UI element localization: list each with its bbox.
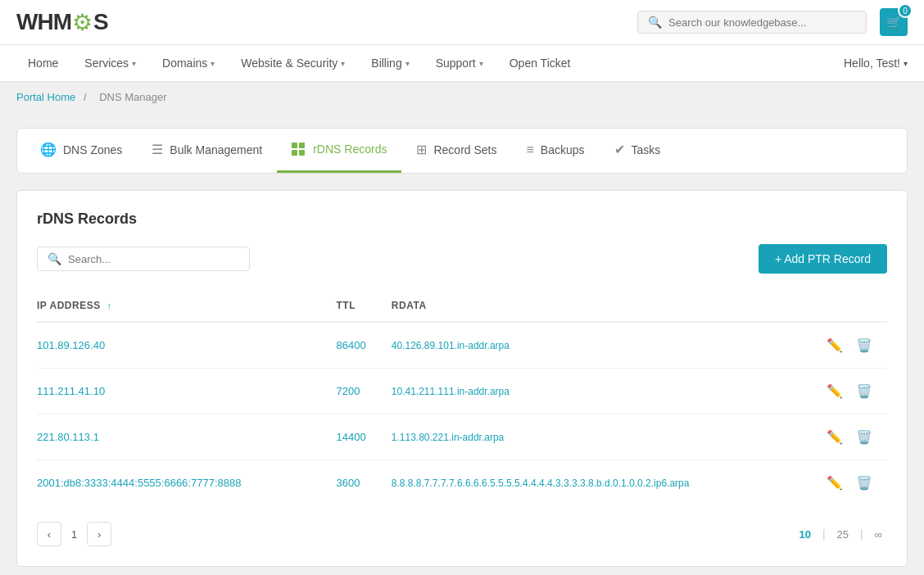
cart-badge: 0 xyxy=(898,3,913,18)
edit-button[interactable]: ✏️ xyxy=(822,380,848,402)
tab-backups[interactable]: ≡ Backups xyxy=(512,129,600,173)
delete-button[interactable]: 🗑️ xyxy=(851,426,877,448)
nav-item-domains[interactable]: Domains ▾ xyxy=(151,45,226,81)
table-header-row: IP ADDRESS ↑ TTL RDATA xyxy=(37,293,887,322)
page-size-10[interactable]: 10 xyxy=(795,525,816,544)
nav-item-support[interactable]: Support ▾ xyxy=(424,45,495,81)
delete-button[interactable]: 🗑️ xyxy=(851,380,877,402)
edit-button[interactable]: ✏️ xyxy=(822,334,848,356)
nav-item-home[interactable]: Home xyxy=(16,45,70,81)
table-search-input[interactable] xyxy=(68,253,239,265)
ttl-cell: 3600 xyxy=(337,460,392,506)
actions-cell: ✏️ 🗑️ xyxy=(822,460,887,506)
col-actions xyxy=(822,293,887,322)
table-row: 2001:db8:3333:4444:5555:6666:7777:8888 3… xyxy=(37,460,887,506)
logo-gear-icon: ⚙ xyxy=(72,9,93,36)
cart-button[interactable]: 🛒 0 xyxy=(880,8,908,36)
content-card: rDNS Records 🔍 + Add PTR Record IP ADDRE… xyxy=(16,190,908,567)
top-bar: WHM ⚙ S 🔍 🛒 0 xyxy=(0,0,924,45)
prev-page-button[interactable]: ‹ xyxy=(37,522,61,546)
edit-button[interactable]: ✏️ xyxy=(822,472,848,494)
actions-cell: ✏️ 🗑️ xyxy=(822,414,887,460)
record-sets-icon: ⊞ xyxy=(416,142,427,157)
tab-bulk-management-label: Bulk Management xyxy=(170,143,262,156)
tab-record-sets[interactable]: ⊞ Record Sets xyxy=(401,129,511,173)
tabs-card: 🌐 DNS Zones ☰ Bulk Management rDNS Recor… xyxy=(16,128,908,174)
tasks-icon: ✔ xyxy=(614,142,625,157)
tab-record-sets-label: Record Sets xyxy=(433,143,496,156)
svg-rect-1 xyxy=(299,143,305,148)
bulk-management-icon: ☰ xyxy=(152,142,163,157)
ttl-cell: 86400 xyxy=(337,322,392,369)
dns-zones-icon: 🌐 xyxy=(40,142,57,157)
search-icon: 🔍 xyxy=(648,16,662,29)
tabs-row: 🌐 DNS Zones ☰ Bulk Management rDNS Recor… xyxy=(17,129,907,173)
tab-bulk-management[interactable]: ☰ Bulk Management xyxy=(137,129,277,173)
table-row: 101.89.126.40 86400 40.126.89.101.in-add… xyxy=(37,322,887,369)
actions-cell: ✏️ 🗑️ xyxy=(822,322,887,369)
svg-rect-2 xyxy=(292,150,297,156)
logo-s: S xyxy=(93,9,108,35)
rdata-cell: 10.41.211.111.in-addr.arpa xyxy=(392,369,822,414)
tab-tasks-label: Tasks xyxy=(632,143,661,156)
rdata-cell: 1.113.80.221.in-addr.arpa xyxy=(392,414,822,460)
current-page: 1 xyxy=(68,528,80,541)
edit-button[interactable]: ✏️ xyxy=(822,426,848,448)
nav-item-billing[interactable]: Billing ▾ xyxy=(360,45,420,81)
ttl-cell: 7200 xyxy=(337,369,392,414)
delete-button[interactable]: 🗑️ xyxy=(851,472,877,494)
nav-bar: Home Services ▾ Domains ▾ Website & Secu… xyxy=(0,45,924,83)
tab-tasks[interactable]: ✔ Tasks xyxy=(600,129,676,173)
breadcrumb-current: DNS Manager xyxy=(99,91,166,103)
search-input[interactable] xyxy=(668,16,856,29)
tab-dns-zones-label: DNS Zones xyxy=(63,143,122,156)
col-rdata: RDATA xyxy=(392,293,822,322)
rdata-cell: 8.8.8.8.7.7.7.7.6.6.6.6.5.5.5.5.4.4.4.4.… xyxy=(392,460,822,506)
nav-item-open-ticket[interactable]: Open Ticket xyxy=(498,45,582,81)
main-content: 🌐 DNS Zones ☰ Bulk Management rDNS Recor… xyxy=(0,111,924,575)
svg-rect-0 xyxy=(292,143,297,148)
nav-user-label: Hello, Test! xyxy=(844,57,900,70)
actions-cell: ✏️ 🗑️ xyxy=(822,369,887,414)
records-table: IP ADDRESS ↑ TTL RDATA 101.89.126.40 864… xyxy=(37,293,887,505)
rdata-cell: 40.126.89.101.in-addr.arpa xyxy=(392,322,822,369)
svg-rect-3 xyxy=(299,150,305,156)
nav-item-services[interactable]: Services ▾ xyxy=(73,45,147,81)
table-search-container: 🔍 xyxy=(37,247,250,271)
breadcrumb-separator: / xyxy=(84,91,87,103)
backups-icon: ≡ xyxy=(527,143,534,157)
ip-address-cell: 221.80.113.1 xyxy=(37,414,337,460)
ip-address-cell: 101.89.126.40 xyxy=(37,322,337,369)
tab-backups-label: Backups xyxy=(541,143,585,156)
ip-address-cell: 2001:db8:3333:4444:5555:6666:7777:8888 xyxy=(37,460,337,506)
action-row: 🔍 + Add PTR Record xyxy=(37,244,887,274)
page-size-all[interactable]: ∞ xyxy=(870,525,887,544)
tab-rdns-records[interactable]: rDNS Records xyxy=(277,129,401,173)
top-right: 🔍 🛒 0 xyxy=(637,8,908,36)
page-size-25[interactable]: 25 xyxy=(832,525,854,544)
breadcrumb: Portal Home / DNS Manager xyxy=(0,83,924,111)
delete-button[interactable]: 🗑️ xyxy=(851,334,877,356)
page-size-divider-1: | xyxy=(822,527,826,541)
col-ip-address[interactable]: IP ADDRESS ↑ xyxy=(37,293,337,322)
col-ttl: TTL xyxy=(337,293,392,322)
page-size-controls: 10 | 25 | ∞ xyxy=(795,525,888,544)
next-page-button[interactable]: › xyxy=(87,522,111,546)
breadcrumb-home-link[interactable]: Portal Home xyxy=(16,91,75,103)
logo-wh: WHM xyxy=(16,9,71,35)
logo: WHM ⚙ S xyxy=(16,9,108,36)
search-container: 🔍 xyxy=(637,11,867,34)
table-search-icon: 🔍 xyxy=(48,252,61,265)
nav-left: Home Services ▾ Domains ▾ Website & Secu… xyxy=(16,45,582,81)
ttl-cell: 14400 xyxy=(337,414,392,460)
rdns-records-icon xyxy=(292,142,306,157)
page-controls: ‹ 1 › xyxy=(37,522,111,546)
tab-rdns-records-label: rDNS Records xyxy=(313,143,387,156)
ip-address-cell: 111.211.41.10 xyxy=(37,369,337,414)
add-ptr-record-button[interactable]: + Add PTR Record xyxy=(759,244,887,274)
nav-user[interactable]: Hello, Test! ▾ xyxy=(844,57,908,70)
page-title: rDNS Records xyxy=(37,211,887,228)
tab-dns-zones[interactable]: 🌐 DNS Zones xyxy=(25,129,137,173)
nav-item-website-security[interactable]: Website & Security ▾ xyxy=(229,45,356,81)
table-row: 111.211.41.10 7200 10.41.211.111.in-addr… xyxy=(37,369,887,414)
